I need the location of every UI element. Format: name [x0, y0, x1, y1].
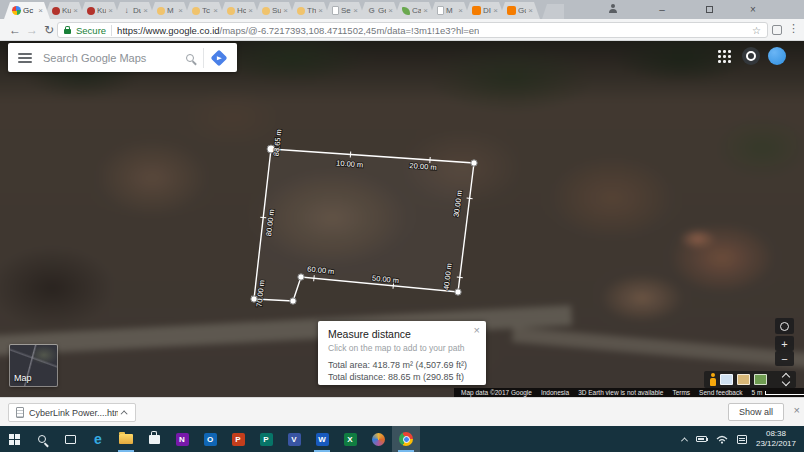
tab-ku[interactable]: Ku×	[44, 2, 85, 19]
earth-style-thumbnail[interactable]	[754, 374, 767, 385]
tab-close-icon[interactable]: ×	[318, 7, 323, 15]
taskbar-search-icon[interactable]	[28, 426, 56, 452]
map-style-thumbnail[interactable]	[720, 374, 733, 385]
new-tab-button[interactable]	[542, 4, 564, 19]
maximize-button[interactable]	[699, 2, 719, 17]
taskbar-chrome-icon[interactable]	[392, 426, 420, 452]
measure-vertex-handle[interactable]	[290, 298, 296, 304]
tab-hc[interactable]: Hc×	[219, 2, 260, 19]
taskbar-onenote-icon[interactable]: N	[168, 426, 196, 452]
directions-icon[interactable]	[211, 49, 228, 66]
taskbar-visio-icon[interactable]: V	[280, 426, 308, 452]
tab-m[interactable]: M×	[429, 2, 470, 19]
tab-close-icon[interactable]: ×	[108, 7, 113, 15]
tab-close-icon[interactable]: ×	[353, 7, 358, 15]
minimap-toggle[interactable]: Map	[10, 345, 57, 386]
battery-icon[interactable]	[696, 436, 707, 442]
download-item[interactable]: CyberLink Power....html	[8, 403, 136, 422]
tab-du[interactable]: ↓Du×	[114, 2, 155, 19]
tab-tc[interactable]: Tc×	[184, 2, 225, 19]
scale-control[interactable]: 5 m	[751, 389, 804, 396]
tab-th[interactable]: Th×	[289, 2, 330, 19]
tab-close-icon[interactable]: ×	[73, 7, 78, 15]
taskbar-outlook-icon[interactable]: O	[196, 426, 224, 452]
taskbar-paint-icon[interactable]	[364, 426, 392, 452]
measure-vertex-handle[interactable]	[455, 289, 461, 295]
measure-vertex-handle[interactable]	[298, 274, 304, 280]
tab-close-icon[interactable]: ×	[213, 7, 218, 15]
profile-icon[interactable]	[608, 4, 618, 14]
tab-ge[interactable]: GGe×	[359, 2, 400, 19]
bookmark-star-icon[interactable]: ☆	[752, 25, 761, 36]
tab-close-icon[interactable]: ×	[423, 7, 428, 15]
tab-close-icon[interactable]: ×	[283, 7, 288, 15]
attribution-item[interactable]: Terms	[672, 389, 690, 396]
taskbar-powerpoint-icon[interactable]: P	[224, 426, 252, 452]
taskbar-word-icon[interactable]: W	[308, 426, 336, 452]
close-icon[interactable]: ×	[474, 324, 480, 336]
measure-vertex-handle[interactable]	[471, 160, 477, 166]
taskbar-edge-icon[interactable]: e	[84, 426, 112, 452]
tab-ca[interactable]: Ca×	[394, 2, 435, 19]
google-apps-grid-icon[interactable]	[718, 50, 731, 63]
terrain-style-thumbnail[interactable]	[737, 374, 750, 385]
tab-close-icon[interactable]: ×	[493, 7, 498, 15]
forward-button[interactable]: →	[23, 21, 41, 39]
tab-close-icon[interactable]: ×	[143, 7, 148, 15]
back-button[interactable]: ←	[6, 21, 24, 39]
tray-chevron-icon[interactable]	[681, 437, 688, 444]
taskbar-store-icon[interactable]	[140, 426, 168, 452]
yellow-favicon-icon	[227, 7, 235, 15]
tab-label: Du	[133, 6, 141, 15]
attribution-item[interactable]: Send feedback	[699, 389, 742, 396]
extension-icon[interactable]	[772, 25, 782, 35]
taskbar-excel-icon[interactable]: X	[336, 426, 364, 452]
desktop-screen: Gc×Ku×Ku×↓Du×M×Tc×Hc×Su×Th×Se×GGe×Ca×M×D…	[0, 0, 804, 452]
account-avatar[interactable]	[768, 47, 786, 65]
collapse-icon[interactable]	[782, 374, 791, 385]
browser-menu-icon[interactable]: ⋮	[788, 22, 799, 35]
tab-close-icon[interactable]: ×	[38, 7, 43, 15]
tab-gc[interactable]: Gc×	[4, 2, 50, 19]
tab-se[interactable]: Se×	[324, 2, 365, 19]
close-window-button[interactable]: ×	[743, 2, 763, 17]
word-glyph: W	[316, 433, 329, 446]
tab-label: DI	[483, 6, 491, 15]
minimize-button[interactable]: –	[652, 2, 672, 17]
tab-di[interactable]: DI×	[464, 2, 505, 19]
tab-close-icon[interactable]: ×	[388, 7, 393, 15]
notifications-icon[interactable]	[742, 47, 760, 65]
tab-close-icon[interactable]: ×	[528, 7, 533, 15]
tab-close-icon[interactable]: ×	[248, 7, 253, 15]
tab-m[interactable]: M×	[149, 2, 190, 19]
tab-gc[interactable]: Gc×	[499, 2, 540, 19]
maps-favicon-icon	[12, 6, 21, 15]
taskbar-publisher-icon[interactable]: P	[252, 426, 280, 452]
taskbar-task-view-icon[interactable]	[56, 426, 84, 452]
action-center-icon[interactable]	[737, 435, 747, 444]
zoom-in-button[interactable]: +	[775, 336, 794, 351]
wifi-icon[interactable]	[716, 434, 728, 444]
menu-hamburger-icon[interactable]	[18, 53, 32, 63]
tab-close-icon[interactable]: ×	[178, 7, 183, 15]
tab-ku[interactable]: Ku×	[79, 2, 120, 19]
search-input[interactable]	[41, 51, 177, 65]
pegman-icon[interactable]	[709, 373, 716, 386]
tab-su[interactable]: Su×	[254, 2, 295, 19]
tab-close-icon[interactable]: ×	[458, 7, 463, 15]
measure-vertex-handle[interactable]	[251, 296, 257, 302]
measure-path-line[interactable]	[254, 149, 474, 301]
taskbar-file-explorer-icon[interactable]	[112, 426, 140, 452]
taskbar-start-icon[interactable]	[0, 426, 28, 452]
taskbar-clock[interactable]: 08:38 23/12/2017	[756, 429, 796, 449]
map-viewport[interactable]: 10.00 m20.00 m30.00 m40.00 m50.00 m60.00…	[0, 41, 804, 397]
reload-button[interactable]: ↻	[40, 21, 58, 39]
chevron-up-icon[interactable]	[121, 410, 128, 417]
address-bar[interactable]: Secure https://www.google.co.id/maps/@-6…	[57, 22, 768, 38]
my-location-button[interactable]	[775, 318, 794, 334]
close-download-bar-icon[interactable]: ×	[794, 404, 800, 416]
zoom-out-button[interactable]: −	[775, 351, 794, 366]
clock-time: 08:38	[766, 429, 786, 438]
search-icon[interactable]	[186, 54, 194, 62]
show-all-button[interactable]: Show all	[728, 403, 784, 421]
